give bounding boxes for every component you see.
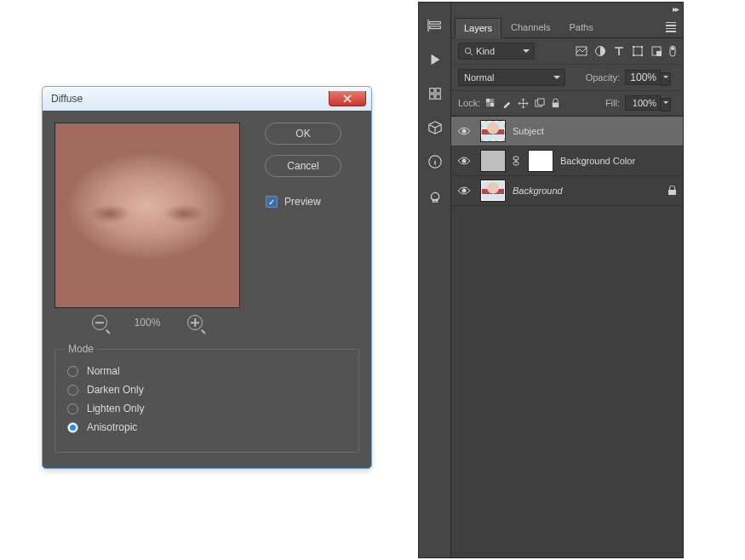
- fill-input[interactable]: 100%: [625, 95, 661, 111]
- svg-rect-2: [429, 89, 433, 93]
- opacity-label: Opacity:: [586, 72, 620, 83]
- info-icon[interactable]: [427, 154, 443, 169]
- clone-source-icon[interactable]: [427, 188, 443, 203]
- mask-thumbnail[interactable]: [528, 150, 553, 172]
- mode-option-anisotropic[interactable]: Anisotropic: [67, 421, 347, 433]
- layer-name[interactable]: Background Color: [560, 156, 635, 166]
- dialog-titlebar[interactable]: Diffuse: [43, 87, 371, 111]
- filter-toggle-icon[interactable]: [669, 45, 676, 57]
- opacity-input[interactable]: 100%: [625, 70, 661, 85]
- blend-row: Normal Opacity: 100%: [451, 65, 683, 91]
- svg-rect-1: [429, 26, 440, 29]
- svg-rect-17: [656, 51, 662, 56]
- tab-channels[interactable]: Channels: [501, 17, 559, 37]
- layer-list: SubjectBackground ColorBackground: [451, 116, 683, 557]
- svg-point-31: [462, 189, 467, 193]
- svg-rect-4: [429, 94, 433, 99]
- lock-transparent-icon[interactable]: [485, 98, 496, 109]
- preview-label: Preview: [284, 196, 321, 208]
- adjustment-filter-icon[interactable]: [594, 45, 606, 57]
- svg-rect-25: [538, 98, 544, 104]
- smartobject-filter-icon[interactable]: [650, 45, 662, 57]
- layer-thumbnail[interactable]: [480, 180, 506, 202]
- svg-rect-15: [641, 54, 643, 56]
- filter-row: Kind: [451, 38, 683, 65]
- lock-pixels-icon[interactable]: [501, 98, 513, 109]
- svg-rect-12: [633, 46, 634, 48]
- history-icon[interactable]: [427, 18, 443, 33]
- layer-row[interactable]: Background Color: [451, 146, 683, 176]
- layer-thumbnail[interactable]: [480, 120, 506, 142]
- visibility-toggle[interactable]: [455, 186, 473, 196]
- svg-rect-22: [490, 98, 495, 102]
- visibility-toggle[interactable]: [455, 126, 473, 136]
- svg-rect-20: [486, 98, 490, 102]
- properties-icon[interactable]: [427, 86, 443, 101]
- radio-icon: [67, 366, 78, 377]
- panel-menu-icon[interactable]: [666, 22, 676, 32]
- zoom-out-button[interactable]: [92, 315, 107, 330]
- 3d-icon[interactable]: [427, 120, 443, 135]
- layers-panel-group: ▸▸ Layers Channels Paths Kind Norma: [418, 2, 684, 558]
- layer-name[interactable]: Subject: [513, 126, 544, 136]
- link-icon: [513, 156, 521, 166]
- svg-rect-0: [429, 22, 440, 25]
- mode-option-darken-only[interactable]: Darken Only: [67, 384, 347, 396]
- mode-fieldset: Mode NormalDarken OnlyLighten OnlyAnisot…: [54, 349, 359, 453]
- close-button[interactable]: [329, 91, 366, 106]
- svg-point-27: [462, 129, 467, 134]
- lock-position-icon[interactable]: [518, 98, 529, 109]
- lock-icon: [668, 186, 678, 196]
- lock-label: Lock:: [458, 98, 480, 108]
- type-filter-icon[interactable]: [613, 45, 625, 57]
- visibility-toggle[interactable]: [455, 156, 473, 166]
- layer-row[interactable]: Subject: [451, 117, 683, 146]
- lock-row: Lock: Fill: 100%: [451, 91, 683, 116]
- ok-button[interactable]: OK: [265, 123, 341, 145]
- panel-tabs: Layers Channels Paths: [451, 16, 683, 38]
- svg-rect-32: [668, 190, 676, 195]
- dialog-body: 100% OK Cancel ✓ Preview Mode NormalDark…: [43, 111, 371, 468]
- tab-layers[interactable]: Layers: [455, 18, 501, 38]
- blend-mode-select[interactable]: Normal: [458, 69, 565, 86]
- mode-option-label: Normal: [87, 365, 120, 377]
- tab-paths[interactable]: Paths: [560, 17, 603, 37]
- preview-checkbox-row[interactable]: ✓ Preview: [266, 196, 321, 208]
- collapse-chevrons-icon[interactable]: ▸▸: [673, 4, 678, 16]
- svg-point-28: [462, 159, 467, 163]
- lock-all-icon[interactable]: [550, 98, 561, 109]
- svg-point-8: [465, 48, 470, 53]
- search-icon: [464, 47, 473, 56]
- actions-icon[interactable]: [427, 52, 443, 67]
- svg-rect-11: [633, 47, 642, 55]
- layer-thumbnail[interactable]: [480, 150, 506, 172]
- mode-option-label: Lighten Only: [87, 403, 144, 414]
- mode-option-label: Anisotropic: [87, 421, 137, 433]
- filter-kind-label: Kind: [476, 46, 495, 56]
- radio-icon: [67, 385, 78, 396]
- cancel-button[interactable]: Cancel: [265, 155, 341, 177]
- mode-option-lighten-only[interactable]: Lighten Only: [67, 403, 347, 414]
- radio-icon: [67, 403, 78, 414]
- layer-row[interactable]: Background: [451, 176, 683, 206]
- pixel-filter-icon[interactable]: [576, 45, 587, 57]
- svg-rect-14: [633, 54, 634, 56]
- mode-option-normal[interactable]: Normal: [67, 365, 347, 377]
- filter-preview[interactable]: [54, 123, 240, 308]
- zoom-level: 100%: [135, 317, 161, 329]
- dialog-title: Diffuse: [51, 93, 329, 105]
- svg-rect-23: [486, 102, 490, 106]
- close-icon: [343, 94, 352, 103]
- diffuse-dialog: Diffuse 100% OK Cancel ✓ Preview: [42, 86, 372, 469]
- layer-name[interactable]: Background: [513, 186, 563, 196]
- svg-rect-13: [641, 46, 643, 48]
- layer-filter-icons: [576, 45, 676, 57]
- svg-rect-5: [435, 94, 439, 99]
- checkbox-icon: ✓: [266, 196, 278, 208]
- radio-icon: [67, 422, 78, 433]
- lock-artboard-icon[interactable]: [534, 98, 545, 109]
- filter-kind-select[interactable]: Kind: [458, 43, 535, 60]
- fill-label: Fill:: [605, 98, 620, 108]
- zoom-in-button[interactable]: [187, 315, 203, 330]
- shape-filter-icon[interactable]: [632, 45, 644, 57]
